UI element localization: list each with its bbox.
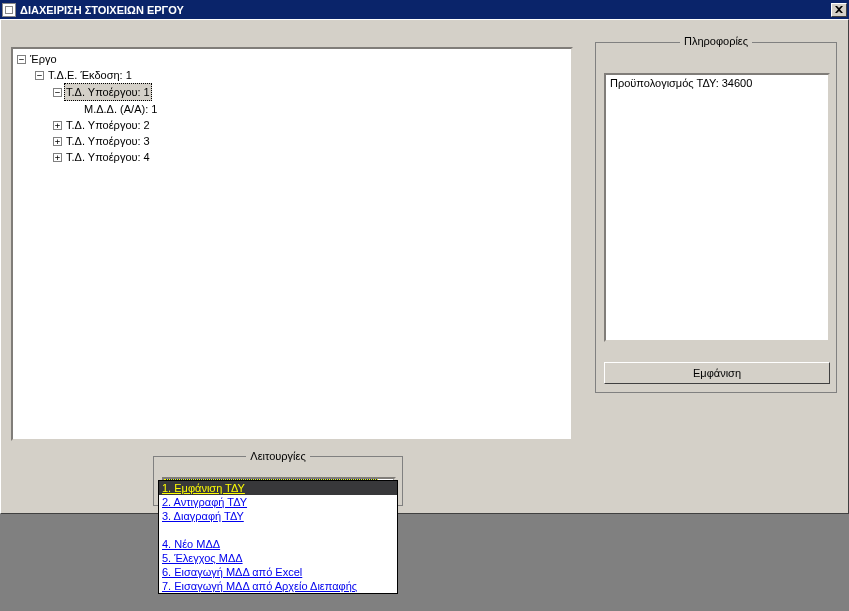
- dropdown-link[interactable]: 3. Διαγραφή ΤΔΥ: [162, 510, 244, 522]
- dropdown-link[interactable]: 2. Αντιγραφή ΤΔΥ: [162, 496, 247, 508]
- dropdown-item-delete-tdy[interactable]: 3. Διαγραφή ΤΔΥ: [159, 509, 397, 523]
- dropdown-item-show-tdy[interactable]: 1. Εμφάνιση ΤΔΥ: [159, 481, 397, 495]
- ops-group-title: Λειτουργίες: [246, 450, 309, 462]
- expand-icon[interactable]: +: [53, 153, 62, 162]
- tree-label-tde[interactable]: Τ.Δ.Ε. Έκδοση: 1: [46, 67, 134, 83]
- expand-icon[interactable]: +: [53, 121, 62, 130]
- tree-node-tdy3[interactable]: + Τ.Δ. Υποέργου: 3: [53, 133, 569, 149]
- tree-node-root[interactable]: − Έργο: [17, 51, 569, 67]
- show-button-label: Εμφάνιση: [693, 367, 741, 379]
- info-text: Προϋπολογισμός ΤΔΥ: 34600: [610, 77, 752, 89]
- info-groupbox: Πληροφορίες Προϋπολογισμός ΤΔΥ: 34600 Εμ…: [595, 42, 837, 393]
- expand-icon[interactable]: +: [53, 137, 62, 146]
- window-body: − Έργο − Τ.Δ.Ε. Έκδοση: 1: [0, 19, 849, 514]
- tree-label-tdy1[interactable]: Τ.Δ. Υποέργου: 1: [64, 83, 152, 101]
- dropdown-item-import-excel[interactable]: 6. Εισαγωγή ΜΔΔ από Excel: [159, 565, 397, 579]
- tree-panel[interactable]: − Έργο − Τ.Δ.Ε. Έκδοση: 1: [11, 47, 573, 441]
- dropdown-link[interactable]: 1. Εμφάνιση ΤΔΥ: [162, 482, 245, 494]
- tree-node-tdy1[interactable]: − Τ.Δ. Υποέργου: 1: [53, 83, 569, 101]
- titlebar: ΔΙΑΧΕΙΡΙΣΗ ΣΤΟΙΧΕΙΩΝ ΕΡΓΟΥ: [0, 0, 849, 19]
- dropdown-link[interactable]: 6. Εισαγωγή ΜΔΔ από Excel: [162, 566, 302, 578]
- dropdown-link[interactable]: 7. Εισαγωγή ΜΔΔ από Αρχείο Διεπαφής: [162, 580, 357, 592]
- operations-dropdown-list[interactable]: 1. Εμφάνιση ΤΔΥ 2. Αντιγραφή ΤΔΥ 3. Διαγ…: [158, 480, 398, 594]
- dropdown-link[interactable]: 4. Νέο ΜΔΔ: [162, 538, 220, 550]
- window-title: ΔΙΑΧΕΙΡΙΣΗ ΣΤΟΙΧΕΙΩΝ ΕΡΓΟΥ: [20, 4, 184, 16]
- window-icon: [2, 3, 16, 17]
- tree-label-tdy4[interactable]: Τ.Δ. Υποέργου: 4: [64, 149, 152, 165]
- tree-node-mdd[interactable]: Μ.Δ.Δ. (Α/Α): 1: [71, 101, 569, 117]
- dropdown-item-import-interface-file[interactable]: 7. Εισαγωγή ΜΔΔ από Αρχείο Διεπαφής: [159, 579, 397, 593]
- info-textbox[interactable]: Προϋπολογισμός ΤΔΥ: 34600: [604, 73, 830, 342]
- tree-label-tdy3[interactable]: Τ.Δ. Υποέργου: 3: [64, 133, 152, 149]
- collapse-icon[interactable]: −: [17, 55, 26, 64]
- tree-node-tdy4[interactable]: + Τ.Δ. Υποέργου: 4: [53, 149, 569, 165]
- collapse-icon[interactable]: −: [35, 71, 44, 80]
- info-group-title: Πληροφορίες: [680, 35, 752, 47]
- close-button[interactable]: [831, 3, 847, 17]
- tree-label-tdy2[interactable]: Τ.Δ. Υποέργου: 2: [64, 117, 152, 133]
- dropdown-separator: [159, 523, 397, 537]
- dropdown-link[interactable]: 5. Έλεγχος ΜΔΔ: [162, 552, 243, 564]
- dropdown-item-copy-tdy[interactable]: 2. Αντιγραφή ΤΔΥ: [159, 495, 397, 509]
- tree-leaf-icon: [71, 105, 80, 114]
- collapse-icon[interactable]: −: [53, 88, 62, 97]
- dropdown-item-check-mdd[interactable]: 5. Έλεγχος ΜΔΔ: [159, 551, 397, 565]
- show-button[interactable]: Εμφάνιση: [604, 362, 830, 384]
- dropdown-item-new-mdd[interactable]: 4. Νέο ΜΔΔ: [159, 537, 397, 551]
- tree-label-root[interactable]: Έργο: [28, 51, 59, 67]
- tree-node-tde[interactable]: − Τ.Δ.Ε. Έκδοση: 1: [35, 67, 569, 83]
- tree-node-tdy2[interactable]: + Τ.Δ. Υποέργου: 2: [53, 117, 569, 133]
- tree-label-mdd[interactable]: Μ.Δ.Δ. (Α/Α): 1: [82, 101, 159, 117]
